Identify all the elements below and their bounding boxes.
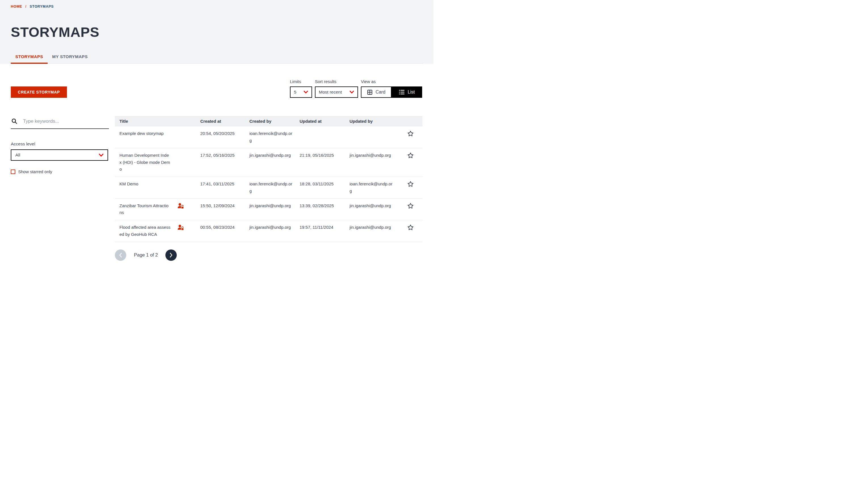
view-as-control: View as Card List (361, 79, 422, 98)
star-icon (407, 224, 414, 230)
chevron-left-icon (119, 253, 122, 258)
limits-value: 5 (294, 90, 297, 95)
updated-by-cell: jin.igarashi@undp.org (350, 152, 394, 159)
updated-at-cell: 21:19, 05/16/2025 (300, 152, 350, 159)
page-title: STORYMAPS (11, 25, 423, 40)
filter-sidebar: Access level All Show starred only (11, 116, 109, 174)
access-level-label: Access level (11, 141, 109, 146)
storymap-title[interactable]: Human Development Index (HDI) - Globe mo… (119, 152, 171, 173)
storymap-table: Title Created at Created by Updated at U… (115, 116, 422, 261)
tab-my-storymaps[interactable]: MY STORYMAPS (48, 51, 92, 64)
view-card-button[interactable]: Card (361, 86, 392, 98)
chevron-down-icon (303, 91, 308, 94)
created-at-cell: 17:52, 05/16/2025 (200, 152, 249, 159)
access-level-select[interactable]: All (11, 150, 108, 161)
created-by-cell: ioan.ferencik@undp.org (249, 130, 294, 144)
updated-by-cell: jin.igarashi@undp.org (350, 224, 394, 231)
private-person-lock-icon (177, 203, 184, 209)
star-toggle-button[interactable] (407, 181, 414, 187)
created-at-cell: 20:54, 05/20/2025 (200, 130, 249, 137)
breadcrumb: HOME / STORYMAPS (11, 4, 423, 9)
search-input[interactable] (23, 119, 108, 124)
list-icon (399, 90, 405, 95)
created-by-cell: jin.igarashi@undp.org (249, 224, 294, 231)
limits-select[interactable]: 5 (290, 86, 312, 98)
breadcrumb-home-link[interactable]: HOME (11, 4, 22, 9)
column-header-updated-by: Updated by (350, 119, 399, 123)
created-at-cell: 00:55, 08/23/2024 (200, 224, 249, 231)
view-as-label: View as (361, 79, 422, 84)
table-row[interactable]: Example dew storymap 20:54, 05/20/2025 i… (115, 127, 422, 148)
created-at-cell: 15:50, 12/09/2024 (200, 202, 249, 209)
star-icon (407, 130, 414, 136)
updated-by-cell: jin.igarashi@undp.org (350, 202, 394, 209)
updated-at-cell: 18:28, 03/11/2025 (300, 180, 350, 188)
star-toggle-button[interactable] (407, 152, 414, 158)
access-icon-cell (177, 224, 200, 233)
view-card-label: Card (376, 90, 386, 95)
star-toggle-button[interactable] (407, 224, 414, 230)
breadcrumb-separator: / (25, 4, 26, 9)
sort-value: Most recent (319, 90, 342, 95)
created-by-cell: jin.igarashi@undp.org (249, 152, 294, 159)
previous-page-button[interactable] (115, 250, 126, 261)
search-icon (11, 118, 17, 124)
toolbar: CREATE STORYMAP Limits 5 Sort results Mo… (11, 79, 422, 98)
private-person-lock-icon (177, 224, 184, 231)
star-toggle-button[interactable] (407, 203, 414, 209)
created-by-cell: ioan.ferencik@undp.org (249, 180, 294, 195)
chevron-down-icon (350, 91, 354, 94)
star-icon (407, 181, 414, 187)
table-row[interactable]: Human Development Index (HDI) - Globe mo… (115, 148, 422, 177)
breadcrumb-current: STORYMAPS (30, 4, 54, 9)
column-header-title: Title (119, 119, 200, 123)
updated-by-cell: ioan.ferencik@undp.org (350, 180, 394, 195)
created-by-cell: jin.igarashi@undp.org (249, 202, 294, 209)
star-icon (407, 152, 414, 158)
storymap-title[interactable]: Example dew storymap (119, 130, 171, 137)
create-storymap-button[interactable]: CREATE STORYMAP (11, 86, 67, 98)
page-content: CREATE STORYMAP Limits 5 Sort results Mo… (0, 79, 434, 274)
view-list-button[interactable]: List (392, 86, 422, 98)
pagination: Page 1 of 2 (115, 250, 422, 261)
tab-bar: STORYMAPS MY STORYMAPS (11, 51, 423, 64)
sort-label: Sort results (315, 79, 358, 84)
column-header-created-by: Created by (249, 119, 300, 123)
access-icon-cell (177, 202, 200, 211)
star-toggle-button[interactable] (407, 130, 414, 136)
table-header-row: Title Created at Created by Updated at U… (115, 116, 422, 127)
show-starred-label: Show starred only (18, 169, 52, 174)
page-indicator: Page 1 of 2 (134, 252, 158, 258)
view-list-label: List (408, 90, 415, 95)
main-area: Access level All Show starred only Title… (11, 116, 422, 261)
card-grid-icon (367, 90, 373, 95)
access-level-value: All (15, 153, 20, 157)
column-header-created-at: Created at (200, 119, 249, 123)
storymap-title[interactable]: Flood affected area assessed by GeoHub R… (119, 224, 171, 238)
page-header: HOME / STORYMAPS STORYMAPS STORYMAPS MY … (0, 0, 434, 64)
table-row[interactable]: KM Demo 17:41, 03/11/2025 ioan.ferencik@… (115, 177, 422, 199)
star-icon (407, 203, 414, 209)
limits-control: Limits 5 (290, 79, 312, 98)
view-toggle: Card List (361, 86, 422, 98)
storymap-title[interactable]: KM Demo (119, 180, 171, 188)
column-header-updated-at: Updated at (300, 119, 350, 123)
chevron-down-icon (99, 154, 104, 157)
created-at-cell: 17:41, 03/11/2025 (200, 180, 249, 188)
chevron-right-icon (169, 253, 173, 258)
result-controls: Limits 5 Sort results Most recent View a… (290, 79, 422, 98)
next-page-button[interactable] (165, 250, 177, 261)
sort-control: Sort results Most recent (315, 79, 358, 98)
show-starred-row: Show starred only (11, 169, 109, 174)
tab-storymaps[interactable]: STORYMAPS (11, 51, 48, 64)
storymap-title[interactable]: Zanzibar Tourism Attractions (119, 202, 171, 217)
sort-select[interactable]: Most recent (315, 86, 358, 98)
updated-at-cell: 13:39, 02/28/2025 (300, 202, 350, 209)
limits-label: Limits (290, 79, 312, 84)
search-box (11, 116, 109, 129)
show-starred-checkbox[interactable] (11, 169, 15, 174)
table-row[interactable]: Flood affected area assessed by GeoHub R… (115, 220, 422, 242)
updated-at-cell: 19:57, 11/11/2024 (300, 224, 350, 231)
table-row[interactable]: Zanzibar Tourism Attractions 15:50, 12/0… (115, 199, 422, 220)
